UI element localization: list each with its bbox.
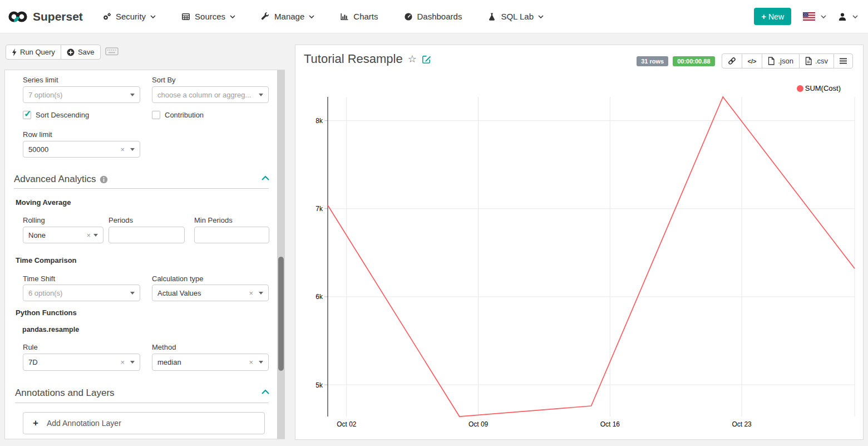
top-navbar: Superset <box>0 0 868 33</box>
row-limit-select[interactable]: 50000 × <box>23 141 140 158</box>
checkbox-checked-icon: ✓ <box>23 111 31 119</box>
nav-item-manage[interactable]: Manage <box>248 0 327 33</box>
add-annotation-layer-button[interactable]: + Add Annotation Layer <box>23 412 265 434</box>
sort-by-label: Sort By <box>152 76 176 84</box>
clear-icon[interactable]: × <box>249 359 253 366</box>
checkbox-unchecked-icon <box>152 111 160 119</box>
query-button-group: Run Query Save <box>6 45 101 60</box>
chevron-down-icon <box>230 15 235 18</box>
select-caret-icon <box>130 292 135 295</box>
select-caret-icon <box>259 361 263 364</box>
periods-label: Periods <box>108 216 133 224</box>
advanced-analytics-section-header[interactable]: Advanced Analytics <box>14 174 108 185</box>
python-functions-title: Python Functions <box>16 308 77 317</box>
chart-title[interactable]: Tutorial Resample <box>304 52 403 66</box>
select-caret-icon <box>259 94 263 96</box>
nav-menu: Security Sources Manage <box>90 0 556 33</box>
bar-chart-icon <box>340 12 349 21</box>
svg-text:5k: 5k <box>315 381 323 389</box>
plus-icon: + <box>33 418 38 429</box>
svg-text:Oct 09: Oct 09 <box>468 420 489 428</box>
line-chart: 5k6k7k8kOct 02Oct 09Oct 16Oct 23 <box>295 79 863 439</box>
method-select[interactable]: median × <box>152 354 269 371</box>
clear-icon[interactable]: × <box>249 290 253 297</box>
nav-item-security[interactable]: Security <box>90 0 169 33</box>
svg-text:7k: 7k <box>315 205 323 213</box>
nav-item-label: Dashboards <box>417 12 462 21</box>
export-csv-button[interactable]: .csv <box>799 53 834 68</box>
annotations-section-header[interactable]: Annotations and Layers <box>15 388 115 399</box>
method-label: Method <box>152 343 176 351</box>
superset-explore-page: { "navbar": { "brand": "Superset", "item… <box>0 0 868 446</box>
time-comparison-title: Time Comparison <box>16 256 77 264</box>
svg-text:Oct 16: Oct 16 <box>600 420 620 428</box>
language-dropdown[interactable] <box>803 12 826 21</box>
clear-icon[interactable]: × <box>86 232 91 239</box>
clear-icon[interactable]: × <box>120 359 125 366</box>
chevron-down-icon <box>821 15 826 18</box>
superset-logo-icon <box>8 10 28 23</box>
rule-label: Rule <box>23 343 38 351</box>
export-button-group: </> .json .csv <box>722 53 854 68</box>
view-query-button[interactable]: </> <box>742 53 763 68</box>
rolling-select[interactable]: None × <box>23 227 103 243</box>
select-caret-icon <box>130 94 135 96</box>
chart-panel: Tutorial Resample ☆ 31 rows 00:00:00.88 … <box>295 45 864 440</box>
query-duration-badge: 00:00:00.88 <box>673 56 714 66</box>
series-limit-label: Series limit <box>23 76 58 84</box>
collapse-chevron-up-icon[interactable] <box>261 389 270 395</box>
rule-select[interactable]: 7D × <box>23 354 140 371</box>
nav-item-label: Charts <box>353 12 378 21</box>
row-count-badge: 31 rows <box>637 56 668 66</box>
brand-name: Superset <box>33 10 83 23</box>
panel-scrollbar-thumb[interactable] <box>278 257 284 371</box>
sort-descending-checkbox[interactable]: ✓ Sort Descending <box>23 111 89 119</box>
keyboard-icon <box>105 47 119 56</box>
panel-scrollbar-track[interactable] <box>277 70 285 439</box>
nav-item-sql-lab[interactable]: SQL Lab <box>475 0 556 33</box>
select-caret-icon <box>130 148 135 151</box>
file-code-icon <box>768 57 775 65</box>
plus-icon: + <box>761 12 766 21</box>
superset-brand[interactable]: Superset <box>8 10 83 23</box>
series-limit-select[interactable]: 7 option(s) <box>23 86 140 103</box>
us-flag-icon <box>803 12 815 21</box>
dashboard-icon <box>404 12 413 21</box>
clear-icon[interactable]: × <box>120 146 125 153</box>
table-icon <box>181 12 190 21</box>
moving-average-title: Moving Average <box>16 198 71 207</box>
sort-by-select[interactable]: choose a column or aggreg... <box>152 86 269 103</box>
svg-text:8k: 8k <box>315 117 323 125</box>
chevron-down-icon <box>538 15 544 18</box>
time-shift-select[interactable]: 6 option(s) <box>23 285 140 301</box>
chart-title-row: Tutorial Resample ☆ <box>304 52 431 66</box>
select-caret-icon <box>130 361 135 364</box>
new-button[interactable]: +New <box>754 8 791 25</box>
collapse-chevron-up-icon[interactable] <box>261 175 270 181</box>
plus-circle-icon <box>67 48 75 56</box>
calculation-type-select[interactable]: Actual Values × <box>152 285 269 301</box>
file-text-icon <box>805 57 812 65</box>
keyboard-shortcuts-button[interactable] <box>105 47 119 57</box>
rolling-label: Rolling <box>23 216 45 224</box>
code-icon: </> <box>748 58 757 65</box>
contribution-checkbox[interactable]: Contribution <box>152 111 204 119</box>
nav-item-label: Manage <box>274 12 304 21</box>
chevron-down-icon <box>309 15 314 18</box>
time-shift-label: Time Shift <box>23 275 55 283</box>
short-url-button[interactable] <box>722 53 742 68</box>
nav-item-dashboards[interactable]: Dashboards <box>391 0 475 33</box>
nav-item-label: Security <box>116 12 146 21</box>
run-query-button[interactable]: Run Query <box>6 45 61 60</box>
nav-item-sources[interactable]: Sources <box>169 0 248 33</box>
periods-input[interactable] <box>108 227 185 243</box>
user-dropdown[interactable] <box>838 12 858 21</box>
edit-title-icon[interactable] <box>422 55 431 64</box>
min-periods-input[interactable] <box>194 227 269 243</box>
svg-text:Oct 02: Oct 02 <box>337 420 357 428</box>
export-json-button[interactable]: .json <box>762 53 799 68</box>
favorite-star-icon[interactable]: ☆ <box>408 54 417 64</box>
nav-item-charts[interactable]: Charts <box>327 0 391 33</box>
save-button[interactable]: Save <box>61 45 101 60</box>
chart-menu-button[interactable] <box>834 53 853 68</box>
